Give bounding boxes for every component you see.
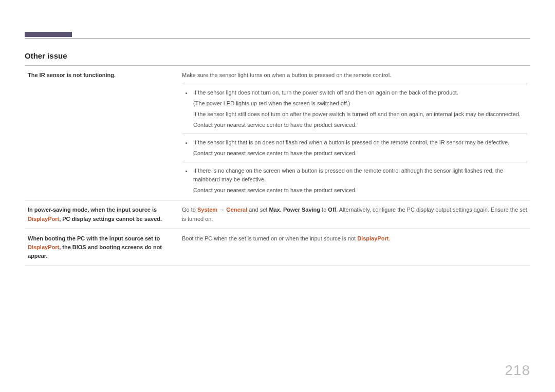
issue-table: The IR sensor is not functioning.Make su…: [25, 65, 530, 266]
bullet-list: If the sensor light does not turn on, tu…: [182, 88, 527, 129]
text-run: When booting the PC with the input sourc…: [28, 235, 160, 241]
issue-solution: Boot the PC when the set is turned on or…: [179, 229, 530, 266]
table-row: When booting the PC with the input sourc…: [25, 229, 530, 266]
solution-text: Go to System → General and set Max. Powe…: [182, 206, 527, 223]
list-item-line: Contact your nearest service center to h…: [193, 149, 527, 158]
section-title: Other issue: [25, 51, 530, 60]
bullet-list: If there is no change on the screen when…: [182, 166, 527, 195]
accent-bar: [25, 32, 72, 37]
issue-label: The IR sensor is not functioning.: [25, 66, 179, 200]
bullet-list: If the sensor light that is on does not …: [182, 138, 527, 158]
text-run: Max. Power Saving: [269, 207, 320, 213]
top-rule: [25, 38, 530, 39]
solution-text: Boot the PC when the set is turned on or…: [182, 234, 527, 243]
list-item-line: (The power LED lights up red when the sc…: [193, 99, 527, 108]
bullet-group: If the sensor light that is on does not …: [182, 134, 527, 158]
text-run: Boot the PC when the set is turned on or…: [182, 235, 357, 241]
text-run: Go to: [182, 207, 197, 213]
text-run: DisplayPort: [28, 216, 59, 222]
table-row: The IR sensor is not functioning.Make su…: [25, 66, 530, 200]
issue-label: In power-saving mode, when the input sou…: [25, 200, 179, 229]
bullet-group: If the sensor light does not turn on, tu…: [182, 84, 527, 129]
text-run: .: [388, 235, 390, 241]
list-item-line: Contact your nearest service center to h…: [193, 121, 527, 129]
issue-solution: Make sure the sensor light turns on when…: [179, 66, 530, 200]
list-item-line: Contact your nearest service center to h…: [193, 186, 527, 195]
page-number: 218: [505, 362, 530, 379]
table-row: In power-saving mode, when the input sou…: [25, 200, 530, 229]
text-run: , PC display settings cannot be saved.: [59, 216, 162, 222]
text-run: DisplayPort: [357, 235, 388, 241]
text-run: Off: [328, 207, 336, 213]
text-run: to: [320, 207, 328, 213]
bullet-group: If there is no change on the screen when…: [182, 162, 527, 195]
list-item: If the sensor light that is on does not …: [192, 138, 527, 158]
list-item: If there is no change on the screen when…: [192, 166, 527, 195]
text-run: The IR sensor is not functioning.: [28, 72, 116, 78]
lead-text: Make sure the sensor light turns on when…: [182, 71, 527, 80]
text-run: and set: [247, 207, 269, 213]
list-item: If the sensor light does not turn on, tu…: [192, 88, 527, 129]
text-run: General: [226, 207, 247, 213]
text-run: In power-saving mode, when the input sou…: [28, 207, 157, 213]
text-run: DisplayPort: [28, 244, 59, 250]
issue-label: When booting the PC with the input sourc…: [25, 229, 179, 266]
text-run: →: [217, 207, 226, 213]
page: Other issue The IR sensor is not functio…: [0, 0, 555, 392]
issue-solution: Go to System → General and set Max. Powe…: [179, 200, 530, 229]
list-item-line: If the sensor light still does not turn …: [193, 110, 527, 119]
text-run: System: [197, 207, 217, 213]
